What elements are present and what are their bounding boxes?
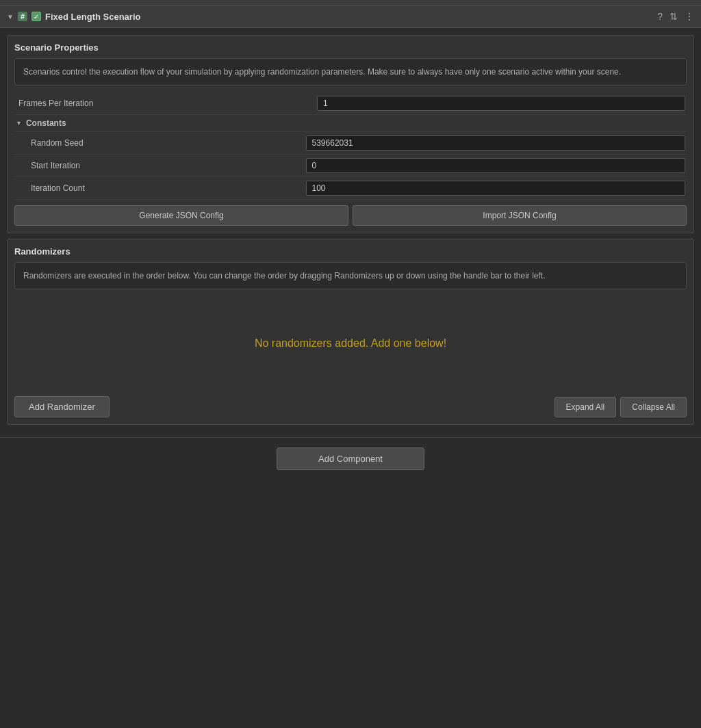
collapse-triangle[interactable]: ▼ <box>7 13 14 21</box>
iteration-count-row: Iteration Count <box>14 177 687 200</box>
empty-randomizers-message: No randomizers added. Add one below! <box>14 296 687 391</box>
component-title: Fixed Length Scenario <box>45 12 653 22</box>
start-iteration-input[interactable] <box>306 158 685 173</box>
add-component-button[interactable]: Add Component <box>277 447 424 470</box>
frames-per-iteration-input[interactable] <box>317 96 685 111</box>
iteration-count-label: Iteration Count <box>31 183 306 193</box>
scenario-info-box: Scenarios control the execution flow of … <box>14 58 687 86</box>
scenario-info-text: Scenarios control the execution flow of … <box>23 67 621 77</box>
more-icon[interactable]: ⋮ <box>685 11 694 22</box>
randomizers-footer: Add Randomizer Expand All Collapse All <box>14 396 687 417</box>
help-icon[interactable]: ? <box>657 11 663 22</box>
constants-triangle: ▼ <box>16 120 22 127</box>
random-seed-input[interactable] <box>306 135 685 151</box>
frames-per-iteration-row: Frames Per Iteration <box>14 92 687 115</box>
expand-collapse-group: Expand All Collapse All <box>555 397 687 417</box>
enabled-checkbox[interactable]: ✓ <box>31 12 41 21</box>
add-component-bar: Add Component <box>0 437 701 480</box>
scenario-properties-title: Scenario Properties <box>14 42 687 53</box>
random-seed-row: Random Seed <box>14 132 687 155</box>
randomizers-info-text: Randomizers are executed in the order be… <box>23 271 545 281</box>
expand-all-button[interactable]: Expand All <box>555 397 617 417</box>
header-icons: ? ⇅ ⋮ <box>657 11 694 22</box>
random-seed-label: Random Seed <box>31 138 306 148</box>
constants-label: Constants <box>26 118 66 128</box>
generate-json-button[interactable]: Generate JSON Config <box>14 205 348 226</box>
iteration-count-input[interactable] <box>306 181 685 196</box>
randomizers-section: Randomizers Randomizers are executed in … <box>7 239 694 425</box>
start-iteration-row: Start Iteration <box>14 155 687 177</box>
component-header: ▼ # ✓ Fixed Length Scenario ? ⇅ ⋮ <box>0 5 701 28</box>
main-content: Scenario Properties Scenarios control th… <box>0 28 701 437</box>
scenario-properties-section: Scenario Properties Scenarios control th… <box>7 35 694 233</box>
frames-per-iteration-label: Frames Per Iteration <box>16 99 317 108</box>
hash-badge: # <box>18 12 27 21</box>
import-json-button[interactable]: Import JSON Config <box>353 205 687 226</box>
collapse-all-button[interactable]: Collapse All <box>620 397 687 417</box>
settings-icon[interactable]: ⇅ <box>670 11 678 22</box>
randomizers-info-box: Randomizers are executed in the order be… <box>14 262 687 289</box>
start-iteration-label: Start Iteration <box>31 161 306 170</box>
add-randomizer-button[interactable]: Add Randomizer <box>14 396 110 417</box>
randomizers-title: Randomizers <box>14 246 687 257</box>
constants-header[interactable]: ▼ Constants <box>14 115 687 132</box>
json-button-row: Generate JSON Config Import JSON Config <box>14 205 687 226</box>
